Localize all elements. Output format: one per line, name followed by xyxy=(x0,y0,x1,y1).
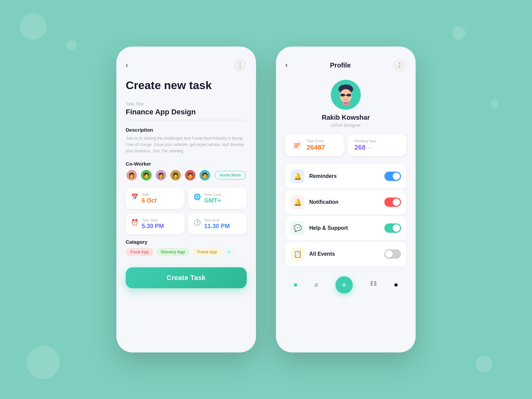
task-done-value: 26487 xyxy=(307,144,325,151)
task-end-icon: 🕐 xyxy=(194,219,201,226)
help-label: Help & Support xyxy=(309,225,348,231)
category-label: Catagory xyxy=(126,239,247,245)
nav-list-icon[interactable]: ≡ xyxy=(314,281,318,289)
left-phone-header: ‹ ⋮ xyxy=(126,59,247,72)
create-task-button[interactable]: Create Task xyxy=(126,267,247,288)
profile-three-dots-icon: ⋮ xyxy=(397,62,403,69)
reminders-toggle[interactable] xyxy=(384,172,401,181)
user-name: Rakib Kowshar xyxy=(322,114,370,121)
svg-rect-3 xyxy=(340,94,345,96)
add-tag-button[interactable]: + xyxy=(224,247,234,257)
svg-rect-17 xyxy=(374,283,376,284)
pending-task-card[interactable]: Pending Task 268 → xyxy=(348,134,406,156)
nav-profile-dot[interactable] xyxy=(394,283,398,287)
alarm-icon: 🔔 xyxy=(294,172,302,180)
menu-button[interactable]: ⋮ xyxy=(233,59,247,72)
timezone-card[interactable]: 🌐 Time Zone GMT+ xyxy=(188,188,247,209)
task-done-icon xyxy=(292,140,303,151)
category-section: Catagory Food App Grocery App Travel App… xyxy=(126,239,247,257)
user-role: UI/UX Designer xyxy=(331,123,361,128)
reminders-label: Reminders xyxy=(309,173,337,179)
setting-row-help[interactable]: 💬 Help & Support xyxy=(285,216,406,240)
timezone-icon: 🌐 xyxy=(194,193,201,200)
help-toggle-thumb xyxy=(393,224,400,232)
task-title-label: Task Title xyxy=(126,101,247,106)
task-start-value: 5.30 PM xyxy=(142,223,164,230)
tag-travel[interactable]: Travel App xyxy=(192,248,222,256)
bottom-nav: ≡ + xyxy=(285,273,406,294)
date-timezone-row: 📅 Date 6 Oct 🌐 Time Zone GMT+ xyxy=(126,188,247,209)
profile-back-button[interactable]: ‹ xyxy=(285,61,288,69)
profile-avatar-section: Rakib Kowshar UI/UX Designer xyxy=(285,80,406,128)
profile-menu-button[interactable]: ⋮ xyxy=(393,59,406,72)
task-end-value: 11.30 PM xyxy=(204,223,230,230)
events-label: All Events xyxy=(309,251,335,257)
description-label: Description xyxy=(126,127,247,133)
left-phone: ‹ ⋮ Create new task Task Title Finance A… xyxy=(116,47,256,352)
coworker-avatar-6: 🧑 xyxy=(199,169,211,181)
profile-avatar xyxy=(331,80,361,110)
help-icon-wrap: 💬 xyxy=(291,221,305,235)
description-text: Join us in solving the challenges that F… xyxy=(126,135,247,155)
task-done-label: Task Done xyxy=(307,139,325,143)
reminders-icon-wrap: 🔔 xyxy=(291,169,305,183)
date-label: Date xyxy=(142,193,157,197)
date-icon: 📅 xyxy=(131,193,138,200)
back-button[interactable]: ‹ xyxy=(126,61,128,69)
tag-grocery[interactable]: Grocery App xyxy=(156,248,190,256)
stats-row: Task Done 26487 Pending Task 268 → xyxy=(285,134,406,156)
task-title-value: Finance App Design xyxy=(126,108,247,120)
pending-task-value: 268 xyxy=(354,144,365,151)
profile-header: ‹ Profile ⋮ xyxy=(285,59,406,72)
svg-rect-6 xyxy=(342,102,349,105)
page-title: Create new task xyxy=(126,78,247,92)
phones-container: ‹ ⋮ Create new task Task Title Finance A… xyxy=(116,47,416,352)
nav-home-dot[interactable] xyxy=(294,283,297,287)
right-phone: ‹ Profile ⋮ xyxy=(276,47,416,352)
invite-more-button[interactable]: Invite More xyxy=(215,171,246,180)
notification-toggle-thumb xyxy=(393,199,400,206)
date-value: 6 Oct xyxy=(142,197,157,204)
svg-rect-4 xyxy=(347,94,351,96)
nav-grid-icon[interactable] xyxy=(370,281,377,290)
task-start-icon: ⏰ xyxy=(131,219,138,226)
date-card[interactable]: 📅 Date 6 Oct xyxy=(126,188,184,209)
task-start-card[interactable]: ⏰ Task Start 5.30 PM xyxy=(126,213,184,234)
events-toggle[interactable] xyxy=(384,249,401,259)
notification-icon-wrap: 🔔 xyxy=(291,195,305,209)
notification-icon: 🔔 xyxy=(294,198,302,206)
coworker-avatar-3: 👩 xyxy=(155,169,167,181)
three-dots-icon: ⋮ xyxy=(237,62,243,69)
reminders-toggle-thumb xyxy=(393,173,400,180)
task-times-row: ⏰ Task Start 5.30 PM 🕐 Task End 11.30 PM xyxy=(126,213,247,234)
profile-title: Profile xyxy=(330,62,351,69)
svg-rect-15 xyxy=(370,285,373,286)
tag-food[interactable]: Food App xyxy=(126,248,154,256)
svg-rect-14 xyxy=(370,283,373,284)
coworker-avatar-4: 👩 xyxy=(170,169,182,181)
svg-point-7 xyxy=(344,102,345,104)
events-icon-wrap: 📋 xyxy=(291,247,305,261)
events-toggle-thumb xyxy=(385,250,393,258)
coworker-row: 👩 🧑 👩 👩 🧑 🧑 Invite More xyxy=(126,169,247,181)
setting-row-reminders[interactable]: 🔔 Reminders xyxy=(285,164,406,189)
setting-row-notification[interactable]: 🔔 Notification xyxy=(285,190,406,214)
task-start-label: Task Start xyxy=(142,218,164,222)
notification-toggle[interactable] xyxy=(384,198,401,207)
setting-row-events[interactable]: 📋 All Events xyxy=(285,242,406,266)
task-done-card[interactable]: Task Done 26487 xyxy=(285,134,344,156)
help-toggle[interactable] xyxy=(384,223,401,233)
nav-fab-button[interactable]: + xyxy=(335,276,353,294)
pending-task-label: Pending Task xyxy=(354,139,376,143)
coworker-avatar-1: 👩 xyxy=(126,169,138,181)
task-end-card[interactable]: 🕐 Task End 11.30 PM xyxy=(188,213,247,234)
notification-label: Notification xyxy=(309,199,338,205)
task-end-label: Task End xyxy=(204,218,230,222)
avatar-illustration xyxy=(331,80,361,110)
timezone-value: GMT+ xyxy=(204,197,221,204)
svg-rect-13 xyxy=(370,281,373,282)
coworker-avatar-5: 🧑 xyxy=(184,169,196,181)
help-icon: 💬 xyxy=(294,224,302,232)
pending-arrow-icon: → xyxy=(367,145,371,150)
svg-rect-16 xyxy=(374,281,376,282)
